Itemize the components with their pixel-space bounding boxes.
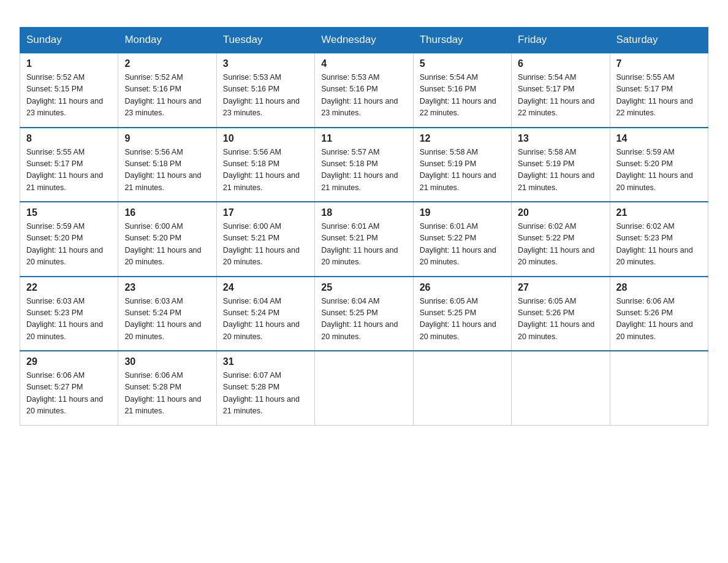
- col-header-friday: Friday: [512, 28, 610, 53]
- day-info: Sunrise: 6:00 AMSunset: 5:20 PMDaylight:…: [124, 221, 210, 269]
- calendar-day-11: 11Sunrise: 5:57 AMSunset: 5:18 PMDayligh…: [315, 128, 413, 202]
- day-number: 21: [616, 207, 702, 218]
- day-info: Sunrise: 6:06 AMSunset: 5:26 PMDaylight:…: [616, 296, 702, 343]
- calendar-day-17: 17Sunrise: 6:00 AMSunset: 5:21 PMDayligh…: [216, 202, 314, 277]
- col-header-sunday: Sunday: [20, 28, 118, 53]
- day-number: 12: [420, 133, 505, 144]
- col-header-saturday: Saturday: [610, 28, 708, 53]
- day-number: 30: [124, 356, 210, 367]
- day-number: 2: [124, 58, 210, 69]
- day-info: Sunrise: 6:04 AMSunset: 5:24 PMDaylight:…: [223, 296, 308, 343]
- day-number: 14: [616, 133, 702, 144]
- day-number: 28: [616, 282, 702, 293]
- day-info: Sunrise: 5:54 AMSunset: 5:17 PMDaylight:…: [518, 72, 603, 120]
- calendar-day-22: 22Sunrise: 6:03 AMSunset: 5:23 PMDayligh…: [20, 277, 118, 351]
- empty-cell: [315, 351, 413, 425]
- day-number: 13: [518, 133, 603, 144]
- day-info: Sunrise: 5:52 AMSunset: 5:15 PMDaylight:…: [26, 72, 112, 120]
- day-info: Sunrise: 5:57 AMSunset: 5:18 PMDaylight:…: [321, 147, 406, 194]
- day-number: 10: [223, 133, 308, 144]
- day-info: Sunrise: 5:58 AMSunset: 5:19 PMDaylight:…: [420, 147, 505, 194]
- calendar-day-23: 23Sunrise: 6:03 AMSunset: 5:24 PMDayligh…: [118, 277, 216, 351]
- day-number: 6: [518, 58, 603, 69]
- day-number: 24: [223, 282, 308, 293]
- calendar-day-18: 18Sunrise: 6:01 AMSunset: 5:21 PMDayligh…: [315, 202, 413, 277]
- day-number: 3: [223, 58, 308, 69]
- day-number: 7: [616, 58, 702, 69]
- calendar-day-5: 5Sunrise: 5:54 AMSunset: 5:16 PMDaylight…: [413, 53, 511, 128]
- calendar-week-3: 15Sunrise: 5:59 AMSunset: 5:20 PMDayligh…: [20, 202, 708, 277]
- day-info: Sunrise: 5:58 AMSunset: 5:19 PMDaylight:…: [518, 147, 603, 194]
- day-info: Sunrise: 6:01 AMSunset: 5:21 PMDaylight:…: [321, 221, 406, 269]
- empty-cell: [413, 351, 511, 425]
- col-header-monday: Monday: [118, 28, 216, 53]
- calendar-day-21: 21Sunrise: 6:02 AMSunset: 5:23 PMDayligh…: [610, 202, 708, 277]
- page-header: [20, 15, 708, 17]
- day-number: 22: [26, 282, 112, 293]
- calendar-day-4: 4Sunrise: 5:53 AMSunset: 5:16 PMDaylight…: [315, 53, 413, 128]
- day-number: 15: [26, 207, 112, 218]
- day-number: 19: [420, 207, 505, 218]
- day-number: 31: [223, 356, 308, 367]
- day-info: Sunrise: 5:59 AMSunset: 5:20 PMDaylight:…: [26, 221, 112, 269]
- calendar-day-2: 2Sunrise: 5:52 AMSunset: 5:16 PMDaylight…: [118, 53, 216, 128]
- calendar-day-13: 13Sunrise: 5:58 AMSunset: 5:19 PMDayligh…: [512, 128, 610, 202]
- day-info: Sunrise: 5:52 AMSunset: 5:16 PMDaylight:…: [124, 72, 210, 120]
- calendar-day-30: 30Sunrise: 6:06 AMSunset: 5:28 PMDayligh…: [118, 351, 216, 425]
- calendar-day-8: 8Sunrise: 5:55 AMSunset: 5:17 PMDaylight…: [20, 128, 118, 202]
- day-info: Sunrise: 6:00 AMSunset: 5:21 PMDaylight:…: [223, 221, 308, 269]
- day-number: 18: [321, 207, 406, 218]
- day-info: Sunrise: 6:05 AMSunset: 5:25 PMDaylight:…: [420, 296, 505, 343]
- day-number: 27: [518, 282, 603, 293]
- calendar-body: 1Sunrise: 5:52 AMSunset: 5:15 PMDaylight…: [20, 53, 708, 425]
- col-header-wednesday: Wednesday: [315, 28, 413, 53]
- day-info: Sunrise: 5:53 AMSunset: 5:16 PMDaylight:…: [223, 72, 308, 120]
- col-header-thursday: Thursday: [413, 28, 511, 53]
- day-number: 5: [420, 58, 505, 69]
- calendar-day-19: 19Sunrise: 6:01 AMSunset: 5:22 PMDayligh…: [413, 202, 511, 277]
- calendar-week-5: 29Sunrise: 6:06 AMSunset: 5:27 PMDayligh…: [20, 351, 708, 425]
- calendar-day-31: 31Sunrise: 6:07 AMSunset: 5:28 PMDayligh…: [216, 351, 314, 425]
- day-number: 17: [223, 207, 308, 218]
- day-number: 9: [124, 133, 210, 144]
- empty-cell: [610, 351, 708, 425]
- calendar-week-4: 22Sunrise: 6:03 AMSunset: 5:23 PMDayligh…: [20, 277, 708, 351]
- calendar-day-14: 14Sunrise: 5:59 AMSunset: 5:20 PMDayligh…: [610, 128, 708, 202]
- day-number: 1: [26, 58, 112, 69]
- calendar-day-24: 24Sunrise: 6:04 AMSunset: 5:24 PMDayligh…: [216, 277, 314, 351]
- calendar-day-20: 20Sunrise: 6:02 AMSunset: 5:22 PMDayligh…: [512, 202, 610, 277]
- calendar-day-12: 12Sunrise: 5:58 AMSunset: 5:19 PMDayligh…: [413, 128, 511, 202]
- day-info: Sunrise: 6:06 AMSunset: 5:28 PMDaylight:…: [124, 370, 210, 418]
- day-info: Sunrise: 5:56 AMSunset: 5:18 PMDaylight:…: [124, 147, 210, 194]
- calendar-table: SundayMondayTuesdayWednesdayThursdayFrid…: [20, 27, 708, 426]
- day-info: Sunrise: 6:05 AMSunset: 5:26 PMDaylight:…: [518, 296, 603, 343]
- calendar-day-16: 16Sunrise: 6:00 AMSunset: 5:20 PMDayligh…: [118, 202, 216, 277]
- logo: [20, 15, 21, 16]
- day-number: 20: [518, 207, 603, 218]
- day-number: 16: [124, 207, 210, 218]
- calendar-day-1: 1Sunrise: 5:52 AMSunset: 5:15 PMDaylight…: [20, 53, 118, 128]
- day-info: Sunrise: 5:54 AMSunset: 5:16 PMDaylight:…: [420, 72, 505, 120]
- day-info: Sunrise: 6:02 AMSunset: 5:22 PMDaylight:…: [518, 221, 603, 269]
- col-header-tuesday: Tuesday: [216, 28, 314, 53]
- day-number: 26: [420, 282, 505, 293]
- day-info: Sunrise: 5:53 AMSunset: 5:16 PMDaylight:…: [321, 72, 406, 120]
- calendar-header: SundayMondayTuesdayWednesdayThursdayFrid…: [20, 28, 708, 53]
- day-info: Sunrise: 5:56 AMSunset: 5:18 PMDaylight:…: [223, 147, 308, 194]
- calendar-week-1: 1Sunrise: 5:52 AMSunset: 5:15 PMDaylight…: [20, 53, 708, 128]
- calendar-day-27: 27Sunrise: 6:05 AMSunset: 5:26 PMDayligh…: [512, 277, 610, 351]
- empty-cell: [512, 351, 610, 425]
- day-header-row: SundayMondayTuesdayWednesdayThursdayFrid…: [20, 28, 708, 53]
- calendar-day-7: 7Sunrise: 5:55 AMSunset: 5:17 PMDaylight…: [610, 53, 708, 128]
- calendar-day-29: 29Sunrise: 6:06 AMSunset: 5:27 PMDayligh…: [20, 351, 118, 425]
- day-number: 23: [124, 282, 210, 293]
- day-info: Sunrise: 5:59 AMSunset: 5:20 PMDaylight:…: [616, 147, 702, 194]
- calendar-day-26: 26Sunrise: 6:05 AMSunset: 5:25 PMDayligh…: [413, 277, 511, 351]
- calendar-day-15: 15Sunrise: 5:59 AMSunset: 5:20 PMDayligh…: [20, 202, 118, 277]
- calendar-week-2: 8Sunrise: 5:55 AMSunset: 5:17 PMDaylight…: [20, 128, 708, 202]
- calendar-day-6: 6Sunrise: 5:54 AMSunset: 5:17 PMDaylight…: [512, 53, 610, 128]
- day-info: Sunrise: 5:55 AMSunset: 5:17 PMDaylight:…: [616, 72, 702, 120]
- day-number: 29: [26, 356, 112, 367]
- day-number: 11: [321, 133, 406, 144]
- day-info: Sunrise: 5:55 AMSunset: 5:17 PMDaylight:…: [26, 147, 112, 194]
